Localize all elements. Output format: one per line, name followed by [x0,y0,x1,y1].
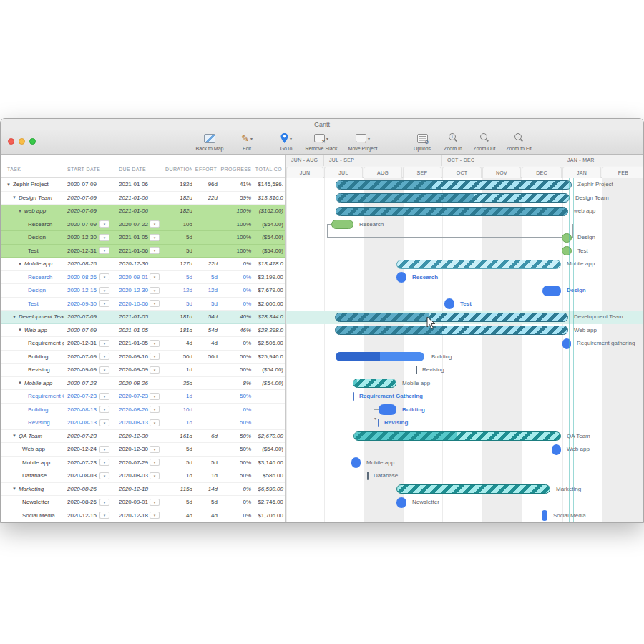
start-date-dropdown-button[interactable]: ▾ [99,273,109,280]
goto-button[interactable]: ▾ GoTo [274,132,298,151]
disclosure-triangle-icon[interactable]: ▼ [18,328,22,332]
gantt-bar-qa-team[interactable] [353,431,561,441]
due-date-dropdown-button[interactable]: ▾ [150,393,160,400]
remove-slack-button[interactable]: ✕▾ Remove Slack [303,132,340,151]
due-date-dropdown-button[interactable]: ▾ [150,287,160,294]
disclosure-triangle-icon[interactable]: ▼ [12,487,16,491]
start-date-dropdown-button[interactable]: ▾ [99,300,109,307]
due-date-dropdown-button[interactable]: ▾ [150,419,160,426]
gantt-bar-requirement-gathering[interactable] [562,338,571,349]
gantt-bar-design-team[interactable] [336,193,570,203]
start-date-dropdown-button[interactable]: ▾ [99,472,109,479]
due-date-dropdown-button[interactable]: ▾ [150,220,160,228]
gantt-bar-web-app[interactable] [336,207,568,216]
gantt-bar-research[interactable] [331,220,353,229]
column-header-progress[interactable]: PROGRESS [220,167,253,177]
disclosure-triangle-icon[interactable]: ▼ [12,315,16,319]
edit-button[interactable]: ✎▾ Edit [233,132,261,151]
start-date-dropdown-button[interactable]: ▾ [99,340,109,347]
table-row[interactable]: Requirement ga2020-12-31▾2021-01-05▾4d4d… [1,337,285,351]
gantt-bar-mobile-app[interactable] [351,457,361,468]
disclosure-triangle-icon[interactable]: ▼ [6,182,11,187]
start-date-dropdown-button[interactable]: ▾ [99,446,109,453]
start-date-dropdown-button[interactable]: ▾ [99,419,109,426]
table-row[interactable]: ▼Development Team2020-07-092021-01-05181… [1,311,285,324]
gantt-bar-research[interactable] [396,272,406,283]
start-date-dropdown-button[interactable]: ▾ [99,406,109,413]
pane-splitter[interactable] [285,155,286,522]
start-date-dropdown-button[interactable]: ▾ [99,287,109,294]
gantt-bar-newsletter[interactable] [396,497,406,508]
zoom-to-fit-button[interactable]: ↔ Zoom to Fit [503,132,535,151]
minimize-button[interactable] [19,138,25,145]
gantt-bar-marketing[interactable] [396,484,550,494]
gantt-milestone-tick[interactable] [416,366,417,374]
gantt-bar-building[interactable] [336,352,424,361]
table-row[interactable]: Web app2020-12-24▾2020-12-30▾5d50%($54.0… [1,443,285,457]
gantt-bar-mobile-app[interactable] [353,379,396,388]
titlebar[interactable]: Gantt [1,119,643,130]
column-header-effort[interactable]: EFFORT [192,167,220,177]
table-row[interactable]: Design2020-12-30▾2021-01-05▾5d100%($54.0… [1,231,285,245]
due-date-dropdown-button[interactable]: ▾ [150,340,160,347]
table-row[interactable]: ▼Mobile app2020-08-262020-12-30127d22d0%… [1,258,285,271]
start-date-dropdown-button[interactable]: ▾ [99,393,109,400]
start-date-dropdown-button[interactable]: ▾ [99,234,109,241]
table-row[interactable]: Research2020-07-09▾2020-07-22▾10d100%($5… [1,218,285,232]
zoom-in-button[interactable]: + Zoom In [440,132,466,151]
gantt-bar-design[interactable] [562,233,572,243]
table-row[interactable]: Design2020-12-15▾2020-12-30▾12d12d0%$7,6… [1,284,285,298]
disclosure-triangle-icon[interactable]: ▼ [18,381,22,385]
options-button[interactable]: ⚙ Options [409,132,436,151]
due-date-dropdown-button[interactable]: ▾ [150,273,160,280]
table-row[interactable]: Test2020-09-30▾2020-10-06▾5d5d0%$2,600.0… [1,298,285,311]
table-row[interactable]: Database2020-08-03▾2020-08-03▾1d1d50%$58… [1,469,285,483]
gantt-bar-social-media[interactable] [542,510,547,521]
due-date-dropdown-button[interactable]: ▾ [150,353,160,360]
due-date-dropdown-button[interactable]: ▾ [150,247,160,254]
gantt-bar-web-app[interactable] [335,326,568,335]
table-row[interactable]: Research2020-08-26▾2020-09-01▾5d5d0%$3,1… [1,271,285,285]
table-row[interactable]: Test2020-12-31▾2021-01-06▾5d100%($54.00) [1,245,285,258]
table-row[interactable]: Newsletter2020-08-26▾2020-09-01▾5d5d0%$2… [1,496,285,509]
table-row[interactable]: Building2020-07-09▾2020-09-16▾50d50d50%$… [1,351,285,364]
gantt-bar-zephir-project[interactable] [336,180,572,190]
back-to-map-button[interactable]: Back to Map [191,132,228,151]
due-date-dropdown-button[interactable]: ▾ [150,406,160,413]
table-row[interactable]: Building2020-08-13▾2020-08-26▾10d0% [1,404,285,417]
column-header-due[interactable]: DUE DATE [115,167,165,177]
table-row[interactable]: ▼web app2020-07-092021-01-06182d100%($16… [1,205,285,218]
table-row[interactable]: Mobile app2020-07-23▾2020-07-29▾5d5d50%$… [1,457,285,470]
due-date-dropdown-button[interactable]: ▾ [150,459,160,466]
due-date-dropdown-button[interactable]: ▾ [150,234,160,241]
table-row[interactable]: ▼Design Team2020-07-092021-01-06182d22d5… [1,192,285,205]
start-date-dropdown-button[interactable]: ▾ [99,459,109,466]
due-date-dropdown-button[interactable]: ▾ [150,512,160,519]
table-row[interactable]: Requirement Ga2020-07-23▾2020-07-23▾1d50… [1,390,285,404]
start-date-dropdown-button[interactable]: ▾ [99,366,109,374]
gantt-bar-test[interactable] [562,246,572,255]
table-row[interactable]: ▼QA Team2020-07-232020-12-30161d6d50%$2,… [1,430,285,444]
disclosure-triangle-icon[interactable]: ▼ [12,434,16,438]
start-date-dropdown-button[interactable]: ▾ [99,512,109,519]
due-date-dropdown-button[interactable]: ▾ [150,472,160,479]
gantt-milestone-tick[interactable] [353,392,354,401]
gantt-milestone-tick[interactable] [367,472,369,480]
disclosure-triangle-icon[interactable]: ▼ [12,195,16,200]
gantt-bar-mobile-app[interactable] [396,260,561,269]
gantt-bar-test[interactable] [444,298,454,309]
table-row[interactable]: Revising2020-09-09▾2020-09-09▾1d50%($54.… [1,364,285,377]
table-row[interactable]: Social Media2020-12-15▾2020-12-18▾4d4d0%… [1,509,285,523]
start-date-dropdown-button[interactable]: ▾ [99,353,109,360]
gantt-bar-development-team[interactable] [335,313,568,322]
gantt-milestone-tick[interactable] [378,419,379,427]
start-date-dropdown-button[interactable]: ▾ [99,247,109,254]
start-date-dropdown-button[interactable]: ▾ [99,220,109,228]
close-button[interactable] [8,138,14,145]
table-row[interactable]: ▼Mobile app2020-07-232020-08-2635d8%($54… [1,377,285,391]
column-header-start[interactable]: START DATE [64,167,115,177]
table-row[interactable]: Revising2020-08-13▾2020-08-13▾1d50% [1,416,285,430]
column-header-duration[interactable]: DURATION [165,167,192,177]
zoom-window-button[interactable] [29,138,36,145]
table-row[interactable]: ▼Zephir Project2020-07-092021-01-06182d9… [1,178,285,192]
